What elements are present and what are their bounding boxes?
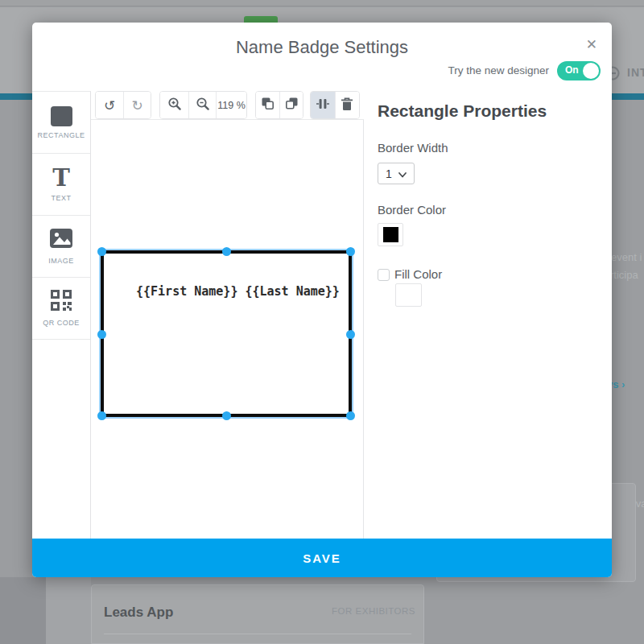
tool-image-label: IMAGE: [48, 257, 74, 265]
tool-qrcode[interactable]: QR CODE: [32, 278, 90, 340]
tool-rectangle[interactable]: RECTANGLE: [32, 92, 90, 154]
resize-handle-sw[interactable]: [97, 411, 106, 420]
bg-left-strip: [46, 577, 91, 644]
tool-text-label: TEXT: [51, 194, 71, 202]
border-width-select[interactable]: 1: [378, 163, 415, 184]
tool-image[interactable]: IMAGE: [32, 216, 90, 278]
fill-color-label: Fill Color: [394, 267, 442, 281]
fill-color-checkbox[interactable]: [378, 269, 390, 281]
fill-color-swatch: [400, 287, 417, 303]
redo-button[interactable]: ↻: [123, 92, 151, 118]
undo-button[interactable]: ↺: [96, 92, 123, 118]
zoom-level-display: 119 %: [216, 92, 246, 118]
tool-text[interactable]: T TEXT: [32, 154, 90, 216]
zoom-out-icon: [196, 97, 210, 114]
tool-sidebar: RECTANGLE T TEXT IMAGE QR CODE: [32, 91, 91, 539]
rectangle-icon: [51, 106, 72, 126]
image-icon: [49, 228, 73, 252]
delete-button[interactable]: [335, 92, 360, 118]
badge-rectangle-element[interactable]: {{First Name}} {{Last Name}}: [101, 250, 352, 417]
flip-icon: [316, 97, 330, 114]
properties-panel: Rectangle Properties Border Width 1 Bord…: [365, 91, 612, 539]
border-color-label: Border Color: [378, 203, 446, 217]
badge-merge-text[interactable]: {{First Name}} {{Last Name}}: [136, 284, 340, 299]
qr-code-icon: [51, 290, 72, 314]
chevron-down-icon: [398, 167, 407, 181]
bg-text-line1: event i: [611, 251, 642, 263]
toolbar-history-group: ↺ ↻: [95, 91, 151, 119]
modal-title: Name Badge Settings: [32, 37, 612, 58]
resize-handle-e[interactable]: [346, 330, 355, 339]
leads-card-divider: [104, 634, 411, 634]
toggle-knob: [583, 63, 599, 79]
resize-handle-se[interactable]: [346, 411, 355, 420]
toolbar-edit-group: [310, 91, 360, 119]
fill-color-picker[interactable]: [395, 283, 422, 307]
undo-icon: ↺: [104, 97, 115, 114]
resize-handle-nw[interactable]: [97, 247, 106, 256]
resize-handle-w[interactable]: [97, 330, 106, 339]
redo-icon: ↻: [132, 97, 143, 114]
page-top-band: [0, 0, 644, 6]
nav-item-partial: INT: [627, 66, 644, 79]
close-icon[interactable]: ✕: [586, 36, 597, 52]
leads-app-title: Leads App: [104, 605, 173, 621]
bring-forward-icon: [260, 96, 275, 114]
resize-handle-ne[interactable]: [346, 247, 355, 256]
text-icon: T: [52, 167, 70, 189]
zoom-in-button[interactable]: [160, 92, 188, 118]
send-backward-icon: [284, 96, 299, 114]
zoom-in-icon: [167, 97, 182, 114]
border-width-label: Border Width: [378, 141, 448, 155]
send-backward-button[interactable]: [279, 92, 303, 118]
design-canvas[interactable]: {{First Name}} {{Last Name}}: [91, 119, 364, 539]
trash-icon: [341, 97, 353, 114]
toggle-state-text: On: [565, 64, 579, 76]
bg-left-rail: [0, 577, 46, 644]
resize-handle-s[interactable]: [222, 411, 231, 420]
leads-app-tag: FOR EXHIBITORS: [332, 606, 415, 616]
save-button[interactable]: SAVE: [32, 539, 612, 577]
resize-handle-n[interactable]: [222, 247, 231, 256]
border-color-swatch: [383, 227, 398, 242]
zoom-out-button[interactable]: [188, 92, 216, 118]
flip-button[interactable]: [311, 92, 335, 118]
bring-forward-button[interactable]: [256, 92, 279, 118]
leads-app-card: Leads App FOR EXHIBITORS: [91, 584, 424, 644]
toolbar-arrange-group: [255, 91, 303, 119]
border-color-picker[interactable]: [378, 223, 403, 246]
toolbar-zoom-group: 119 %: [159, 91, 247, 119]
bg-text-line2: rticipa: [610, 269, 638, 281]
new-designer-toggle-label: Try the new designer: [448, 64, 549, 76]
tool-qrcode-label: QR CODE: [43, 319, 80, 327]
border-width-value: 1: [378, 167, 392, 180]
new-designer-toggle[interactable]: On: [557, 61, 601, 80]
tool-rectangle-label: RECTANGLE: [38, 131, 85, 139]
properties-heading: Rectangle Properties: [378, 101, 547, 121]
name-badge-settings-modal: Name Badge Settings ✕ Try the new design…: [32, 23, 612, 577]
